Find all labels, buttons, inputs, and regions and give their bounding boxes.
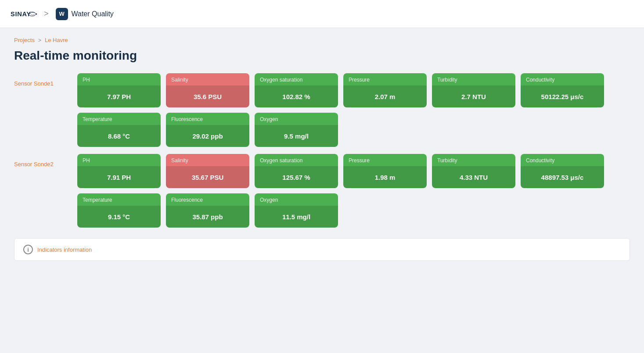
metric-name: Conductivity — [521, 73, 604, 86]
metric-value: 7.91 PH — [77, 166, 161, 188]
sensor-label-sonde2: Sensor Sonde2 — [14, 154, 67, 168]
metric-name: Oxygen — [255, 193, 338, 206]
metric-value: 35.67 PSU — [166, 166, 249, 188]
metric-card-sonde2-oxygen-saturation: Oxygen saturation125.67 % — [255, 154, 338, 188]
main-content: Projects > Le Havre Real-time monitoring… — [0, 28, 644, 275]
metric-card-sonde1-ph: PH7.97 PH — [77, 73, 161, 107]
breadcrumb: Projects > Le Havre — [14, 37, 630, 43]
wq-label: Water Quality — [72, 10, 114, 18]
metric-name: Turbidity — [432, 154, 515, 166]
metric-name: Turbidity — [432, 73, 515, 86]
metric-card-sonde1-conductivity: Conductivity50122.25 μs/c — [521, 73, 604, 107]
metric-name: Pressure — [343, 73, 427, 86]
metric-card-sonde2-temperature: Temperature9.15 °C — [77, 193, 161, 228]
metric-name: PH — [77, 154, 161, 166]
metric-card-sonde2-conductivity: Conductivity48897.53 μs/c — [521, 154, 604, 188]
metric-value: 50122.25 μs/c — [521, 86, 604, 107]
metric-value: 35.6 PSU — [166, 86, 249, 107]
metric-name: Salinity — [166, 154, 249, 166]
indicators-info-label[interactable]: Indicators information — [37, 246, 92, 253]
metric-value: 7.97 PH — [77, 86, 161, 107]
wq-icon: W — [56, 8, 68, 20]
metric-name: Temperature — [77, 193, 161, 206]
breadcrumb-projects[interactable]: Projects — [14, 37, 35, 43]
sensor-row-sonde1-0: PH7.97 PHSalinity35.6 PSUOxygen saturati… — [77, 73, 630, 107]
breadcrumb-separator: > — [38, 37, 41, 43]
metric-card-sonde1-salinity: Salinity35.6 PSU — [166, 73, 249, 107]
metric-name: Fluorescence — [166, 113, 249, 125]
metric-card-sonde1-temperature: Temperature8.68 °C — [77, 113, 161, 147]
metric-value: 102.82 % — [255, 86, 338, 107]
metric-card-sonde1-oxygen: Oxygen9.5 mg/l — [255, 113, 338, 147]
metric-name: Fluorescence — [166, 193, 249, 206]
sensor-grid-sonde1: PH7.97 PHSalinity35.6 PSUOxygen saturati… — [77, 73, 630, 147]
metric-name: Oxygen saturation — [255, 154, 338, 166]
wq-badge: W Water Quality — [56, 8, 114, 20]
metric-name: Oxygen saturation — [255, 73, 338, 86]
metric-card-sonde1-turbidity: Turbidity2.7 NTU — [432, 73, 515, 107]
sensor-section-sonde1: Sensor Sonde1PH7.97 PHSalinity35.6 PSUOx… — [14, 73, 630, 147]
metric-value: 9.5 mg/l — [255, 125, 338, 147]
sensor-row-sonde2-0: PH7.91 PHSalinity35.67 PSUOxygen saturat… — [77, 154, 630, 188]
metric-name: PH — [77, 73, 161, 86]
breadcrumb-location[interactable]: Le Havre — [45, 37, 68, 43]
metric-name: Pressure — [343, 154, 427, 166]
sensor-label-sonde1: Sensor Sonde1 — [14, 73, 67, 87]
metric-card-sonde2-oxygen: Oxygen11.5 mg/l — [255, 193, 338, 228]
page-title: Real-time monitoring — [14, 49, 630, 63]
metric-value: 1.98 m — [343, 166, 427, 188]
metric-card-sonde2-fluorescence: Fluorescence35.87 ppb — [166, 193, 249, 228]
metric-value: 125.67 % — [255, 166, 338, 188]
metric-name: Oxygen — [255, 113, 338, 125]
metric-name: Conductivity — [521, 154, 604, 166]
metric-value: 9.15 °C — [77, 206, 161, 228]
sinay-logo-svg: SINAY — [11, 8, 37, 20]
app-header: SINAY > W Water Quality — [0, 0, 644, 28]
metric-value: 11.5 mg/l — [255, 206, 338, 228]
metric-name: Temperature — [77, 113, 161, 125]
metric-card-sonde2-salinity: Salinity35.67 PSU — [166, 154, 249, 188]
svg-point-2 — [30, 13, 31, 14]
sensor-row-sonde1-1: Temperature8.68 °CFluorescence29.02 ppbO… — [77, 113, 630, 147]
info-icon: i — [23, 245, 33, 254]
metric-value: 8.68 °C — [77, 125, 161, 147]
sensors-container: Sensor Sonde1PH7.97 PHSalinity35.6 PSUOx… — [14, 73, 630, 228]
metric-card-sonde2-ph: PH7.91 PH — [77, 154, 161, 188]
metric-value: 35.87 ppb — [166, 206, 249, 228]
metric-card-sonde1-pressure: Pressure2.07 m — [343, 73, 427, 107]
sensor-section-sonde2: Sensor Sonde2PH7.91 PHSalinity35.67 PSUO… — [14, 154, 630, 228]
svg-text:SINAY: SINAY — [11, 11, 31, 18]
metric-value: 48897.53 μs/c — [521, 166, 604, 188]
metric-card-sonde2-turbidity: Turbidity4.33 NTU — [432, 154, 515, 188]
nav-separator: > — [44, 9, 49, 18]
metric-card-sonde1-fluorescence: Fluorescence29.02 ppb — [166, 113, 249, 147]
metric-value: 2.7 NTU — [432, 86, 515, 107]
app-logo: SINAY — [11, 8, 37, 20]
metric-card-sonde2-pressure: Pressure1.98 m — [343, 154, 427, 188]
metric-card-sonde1-oxygen-saturation: Oxygen saturation102.82 % — [255, 73, 338, 107]
sensor-grid-sonde2: PH7.91 PHSalinity35.67 PSUOxygen saturat… — [77, 154, 630, 228]
sensor-row-sonde2-1: Temperature9.15 °CFluorescence35.87 ppbO… — [77, 193, 630, 228]
info-bar: i Indicators information — [14, 238, 630, 261]
metric-name: Salinity — [166, 73, 249, 86]
metric-value: 2.07 m — [343, 86, 427, 107]
metric-value: 29.02 ppb — [166, 125, 249, 147]
metric-value: 4.33 NTU — [432, 166, 515, 188]
